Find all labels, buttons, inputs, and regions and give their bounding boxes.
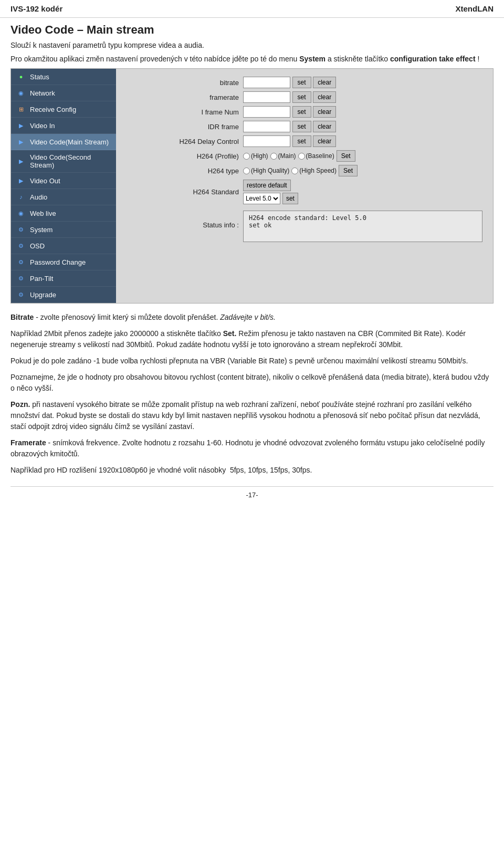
h264-level-select[interactable]: Level 5.0 Level 4.0 Level 3.0 — [243, 193, 280, 204]
pozn-bold: Pozn. — [10, 400, 30, 409]
h264-profile-radio-group: (High) (Main) (Baseline) Set — [243, 150, 355, 162]
sidebar-icon-11: ⚙ — [16, 257, 26, 267]
settings-input-cell-3: set clear — [241, 119, 485, 134]
sidebar-item-video-code-main-stream-[interactable]: ▶Video Code(Main Stream) — [11, 134, 116, 150]
clear-button-i-frame-num[interactable]: clear — [313, 106, 336, 118]
h264-type-radio-group: (High Quality) (High Speed) Set — [243, 165, 358, 176]
text-content: Bitrate - zvolte přenosový limit který s… — [10, 312, 494, 476]
sidebar-item-osd[interactable]: ⚙OSD — [11, 238, 116, 254]
sidebar: ●Status◉Network⊞Receive Config▶Video In▶… — [11, 69, 116, 303]
settings-input-cell-0: set clear — [241, 75, 485, 90]
set-button-i-frame-num[interactable]: set — [292, 106, 311, 118]
sidebar-item-pan-tilt[interactable]: ⚙Pan-Tilt — [11, 270, 116, 287]
sidebar-icon-0: ● — [16, 72, 26, 81]
set-bold: Set. — [223, 329, 237, 338]
set-button-idr-frame[interactable]: set — [292, 121, 311, 132]
h264-type-set-button[interactable]: Set — [339, 165, 358, 176]
sidebar-item-receive-config[interactable]: ⊞Receive Config — [11, 101, 116, 118]
sidebar-icon-10: ⚙ — [16, 241, 26, 250]
settings-input-bitrate[interactable] — [243, 77, 290, 88]
h264-profile-high-label[interactable]: (High) — [243, 152, 268, 160]
h264-type-hs-radio[interactable] — [291, 168, 298, 174]
settings-input-h264-delay-control[interactable] — [243, 135, 290, 147]
sidebar-item-password-change[interactable]: ⚙Password Change — [11, 254, 116, 270]
h264-profile-main-radio[interactable] — [270, 153, 277, 160]
restore-default-button[interactable]: restore default — [243, 180, 291, 191]
status-box: H264 encode standard: Level 5.0 set ok — [243, 211, 482, 242]
clear-button-h264-delay-control[interactable]: clear — [313, 135, 336, 147]
settings-table: bitrate set clearframerate set clearI fr… — [124, 75, 485, 244]
h264-profile-baseline-label[interactable]: (Baseline) — [298, 152, 334, 160]
clear-button-framerate[interactable]: clear — [313, 91, 336, 103]
sidebar-item-system[interactable]: ⚙System — [11, 222, 116, 238]
sidebar-icon-9: ⚙ — [16, 225, 26, 234]
sidebar-icon-7: ♪ — [16, 192, 26, 202]
sidebar-item-upgrade[interactable]: ⚙Upgrade — [11, 287, 116, 303]
sidebar-label-4: Video Code(Main Stream) — [30, 138, 109, 146]
sidebar-item-video-in[interactable]: ▶Video In — [11, 118, 116, 134]
header-right: XtendLAN — [456, 4, 494, 13]
h264-profile-label: H264 (Profile) — [124, 149, 241, 163]
framerate-paragraph: Framerate - snímková frekvence. Zvolte h… — [10, 437, 494, 459]
clear-button-idr-frame[interactable]: clear — [313, 121, 336, 132]
intro-pre: Pro okamžitou aplikaci změn nastavení pr… — [10, 55, 299, 63]
h264-profile-high-radio[interactable] — [243, 153, 250, 160]
h264-profile-main-label[interactable]: (Main) — [270, 152, 296, 160]
status-info-row: Status info : H264 encode standard: Leve… — [124, 206, 485, 244]
status-line2: set ok — [249, 222, 477, 229]
framerate-desc: - snímková frekvence. Zvolte hodnotu z r… — [10, 438, 485, 458]
settings-input-i-frame-num[interactable] — [243, 106, 290, 118]
sidebar-icon-2: ⊞ — [16, 104, 26, 114]
h264-profile-baseline-radio[interactable] — [298, 153, 305, 160]
header-left: IVS-192 kodér — [10, 4, 62, 13]
sidebar-item-network[interactable]: ◉Network — [11, 85, 116, 101]
sidebar-icon-8: ◉ — [16, 208, 26, 218]
bitrate-vbr-paragraph: Pokud je do pole zadáno -1 bude volba ry… — [10, 355, 494, 367]
sidebar-icon-1: ◉ — [16, 88, 26, 98]
bitrate-paragraph: Bitrate - zvolte přenosový limit který s… — [10, 312, 494, 323]
settings-input-idr-frame[interactable] — [243, 121, 290, 132]
h264-standard-controls: restore default Level 5.0 Level 4.0 Leve… — [241, 178, 485, 206]
set-button-h264-delay-control[interactable]: set — [292, 135, 311, 147]
sidebar-label-2: Receive Config — [30, 106, 76, 113]
h264-profile-set-button[interactable]: Set — [337, 150, 355, 162]
sidebar-icon-5: ▶ — [16, 156, 26, 166]
sidebar-label-12: Pan-Tilt — [30, 275, 53, 283]
h264-type-hq-label[interactable]: (High Quality) — [243, 167, 289, 174]
h264-standard-set-button[interactable]: set — [282, 193, 298, 204]
page-title: Video Code – Main stream — [10, 23, 494, 37]
h264-profile-controls: (High) (Main) (Baseline) Set — [241, 149, 485, 163]
sidebar-item-video-out[interactable]: ▶Video Out — [11, 173, 116, 189]
settings-input-cell-1: set clear — [241, 90, 485, 104]
h264-standard-label: H264 Standard — [124, 178, 241, 206]
main-panel: bitrate set clearframerate set clearI fr… — [116, 69, 493, 303]
sidebar-label-11: Password Change — [30, 258, 86, 266]
bitrate-note-paragraph: Poznamejme, že jde o hodnoty pro obsahov… — [10, 372, 494, 394]
settings-row-framerate: framerate set clear — [124, 90, 485, 104]
h264-type-hq-radio[interactable] — [243, 168, 250, 174]
sidebar-label-0: Status — [30, 73, 49, 81]
sidebar-label-1: Network — [30, 89, 55, 97]
settings-row-bitrate: bitrate set clear — [124, 75, 485, 90]
sidebar-label-3: Video In — [30, 122, 55, 130]
sidebar-item-web-live[interactable]: ◉Web live — [11, 205, 116, 222]
settings-row-h264-delay-control: H264 Delay Control set clear — [124, 134, 485, 149]
settings-input-framerate[interactable] — [243, 91, 290, 103]
set-button-bitrate[interactable]: set — [292, 77, 311, 88]
sidebar-item-audio[interactable]: ♪Audio — [11, 189, 116, 205]
page-body: Video Code – Main stream Slouží k nastav… — [0, 23, 504, 509]
h264-type-row: H264 type (High Quality) (High Speed) Se… — [124, 163, 485, 178]
sidebar-item-video-code-second-stream-[interactable]: ▶Video Code(Second Stream) — [11, 150, 116, 173]
h264-type-hs-label[interactable]: (High Speed) — [291, 167, 337, 174]
intro-line2: Pro okamžitou aplikaci změn nastavení pr… — [10, 55, 494, 63]
sidebar-label-13: Upgrade — [30, 291, 56, 299]
set-button-framerate[interactable]: set — [292, 91, 311, 103]
intro-end: ! — [476, 55, 480, 63]
clear-button-bitrate[interactable]: clear — [313, 77, 336, 88]
h264-standard-dropdown-cell: Level 5.0 Level 4.0 Level 3.0 set — [243, 193, 482, 204]
intro-bold1: System — [299, 55, 326, 63]
status-info-content: H264 encode standard: Level 5.0 set ok — [241, 206, 485, 244]
framerate-heading: Framerate — [10, 438, 46, 447]
sidebar-item-status[interactable]: ●Status — [11, 69, 116, 85]
framerate-example-paragraph: Například pro HD rozlišení 1920x1080p60 … — [10, 465, 494, 476]
